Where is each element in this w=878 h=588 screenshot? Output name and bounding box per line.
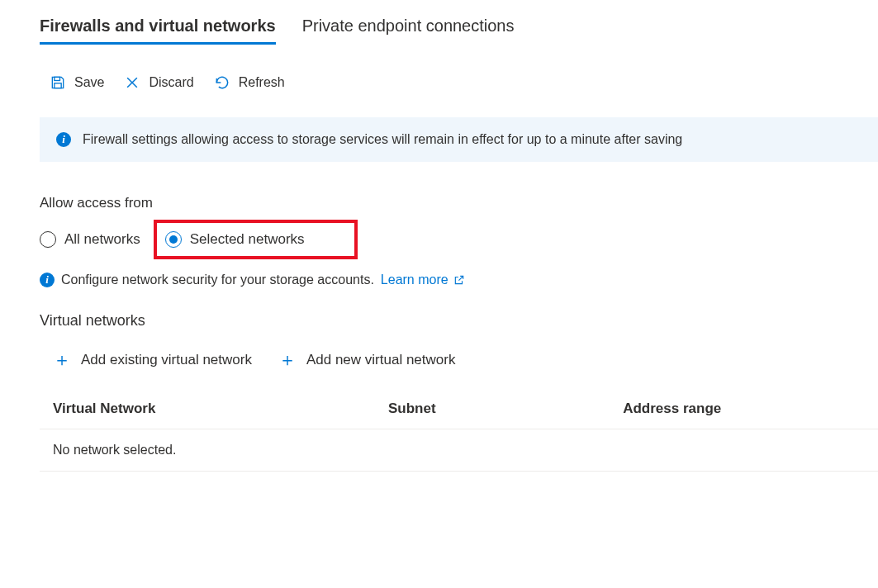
info-icon: i <box>40 273 55 287</box>
vnet-table: Virtual Network Subnet Address range No … <box>40 389 878 472</box>
access-radio-group: All networks Selected networks <box>40 220 878 259</box>
col-subnet: Subnet <box>375 389 610 429</box>
add-new-label: Add new virtual network <box>306 352 455 368</box>
help-text: Configure network security for your stor… <box>61 273 374 287</box>
radio-all-networks-label: All networks <box>64 231 140 248</box>
plus-icon: ＋ <box>278 348 297 372</box>
add-existing-label: Add existing virtual network <box>81 352 252 368</box>
table-row: No network selected. <box>40 429 878 472</box>
discard-label: Discard <box>149 75 193 90</box>
vnet-add-actions: ＋ Add existing virtual network ＋ Add new… <box>40 348 878 372</box>
add-new-vnet-button[interactable]: ＋ Add new virtual network <box>278 348 455 372</box>
radio-selected-networks-label: Selected networks <box>190 231 305 248</box>
save-label: Save <box>74 75 104 90</box>
save-icon <box>50 74 66 91</box>
external-link-icon <box>453 274 465 286</box>
close-icon <box>124 74 140 91</box>
info-icon: i <box>56 132 71 147</box>
virtual-networks-heading: Virtual networks <box>40 312 878 330</box>
radio-circle-icon <box>40 231 56 248</box>
info-banner: i Firewall settings allowing access to s… <box>40 117 878 162</box>
highlight-annotation: Selected networks <box>154 220 358 259</box>
plus-icon: ＋ <box>53 348 71 372</box>
refresh-icon <box>214 74 230 91</box>
empty-state-text: No network selected. <box>40 429 878 472</box>
col-address-range: Address range <box>610 389 878 429</box>
tabs-bar: Firewalls and virtual networks Private e… <box>40 17 878 45</box>
svg-rect-0 <box>55 77 60 80</box>
col-virtual-network: Virtual Network <box>40 389 375 429</box>
refresh-button[interactable]: Refresh <box>214 74 285 91</box>
svg-line-4 <box>458 276 463 280</box>
refresh-label: Refresh <box>239 75 285 90</box>
radio-all-networks[interactable]: All networks <box>40 231 140 248</box>
tab-firewalls[interactable]: Firewalls and virtual networks <box>40 17 276 45</box>
access-label: Allow access from <box>40 195 878 211</box>
learn-more-label: Learn more <box>381 273 448 287</box>
add-existing-vnet-button[interactable]: ＋ Add existing virtual network <box>53 348 252 372</box>
save-button[interactable]: Save <box>50 74 104 91</box>
table-header-row: Virtual Network Subnet Address range <box>40 389 878 429</box>
info-banner-text: Firewall settings allowing access to sto… <box>83 132 682 147</box>
radio-circle-selected-icon <box>165 231 182 248</box>
discard-button[interactable]: Discard <box>124 74 193 91</box>
radio-selected-networks[interactable]: Selected networks <box>165 231 305 248</box>
toolbar: Save Discard Refresh <box>40 74 878 91</box>
tab-private-endpoints[interactable]: Private endpoint connections <box>302 17 515 45</box>
help-row: i Configure network security for your st… <box>40 273 878 287</box>
learn-more-link[interactable]: Learn more <box>381 273 465 287</box>
svg-rect-1 <box>55 83 61 88</box>
